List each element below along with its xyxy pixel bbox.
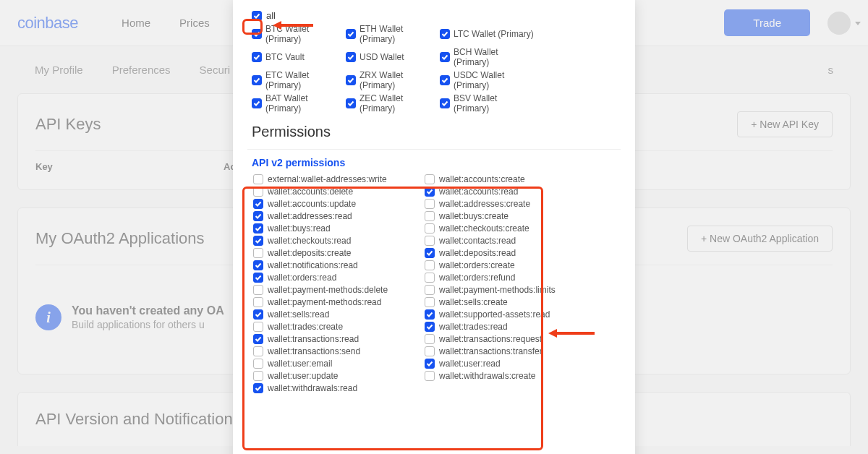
tab-my-profile[interactable]: My Profile bbox=[35, 64, 83, 76]
checkbox[interactable] bbox=[425, 174, 435, 184]
checkbox[interactable] bbox=[253, 273, 263, 283]
wallet-item[interactable]: ZRX Wallet (Primary) bbox=[346, 70, 440, 90]
checkbox[interactable] bbox=[425, 371, 435, 381]
permission-item[interactable]: wallet:deposits:create bbox=[253, 248, 425, 258]
nav-home[interactable]: Home bbox=[122, 17, 150, 29]
wallet-item[interactable]: ETC Wallet (Primary) bbox=[252, 70, 346, 90]
permission-item[interactable]: wallet:transactions:read bbox=[253, 334, 425, 344]
permission-item[interactable]: wallet:checkouts:create bbox=[425, 223, 596, 234]
permission-item[interactable]: wallet:buys:read bbox=[253, 223, 425, 234]
permission-item[interactable]: wallet:trades:read bbox=[425, 322, 596, 332]
permission-item[interactable]: wallet:supported-assets:read bbox=[425, 309, 596, 320]
checkbox[interactable] bbox=[425, 359, 435, 369]
checkbox[interactable] bbox=[253, 359, 263, 369]
permission-item[interactable]: wallet:transactions:transfer bbox=[425, 346, 596, 356]
checkbox[interactable] bbox=[253, 199, 263, 209]
wallet-item[interactable]: BAT Wallet (Primary) bbox=[252, 93, 346, 113]
checkbox[interactable] bbox=[253, 236, 263, 246]
checkbox[interactable] bbox=[253, 371, 263, 381]
permission-item[interactable]: wallet:orders:refund bbox=[425, 273, 596, 283]
checkbox[interactable] bbox=[440, 98, 450, 108]
checkbox[interactable] bbox=[253, 346, 263, 356]
avatar[interactable] bbox=[827, 12, 851, 35]
wallet-item[interactable]: BCH Wallet (Primary) bbox=[440, 47, 534, 67]
checkbox[interactable] bbox=[440, 75, 450, 85]
permission-item[interactable]: wallet:addresses:create bbox=[425, 199, 596, 209]
permission-item[interactable]: wallet:accounts:create bbox=[425, 174, 596, 184]
permission-item[interactable]: wallet:sells:create bbox=[425, 297, 596, 307]
permission-item[interactable]: wallet:checkouts:read bbox=[253, 236, 425, 246]
checkbox[interactable] bbox=[425, 297, 435, 307]
checkbox-all[interactable] bbox=[252, 11, 262, 21]
permission-item[interactable]: wallet:user:email bbox=[253, 359, 425, 369]
permission-item[interactable]: wallet:notifications:read bbox=[253, 260, 425, 270]
wallet-item[interactable]: USDC Wallet (Primary) bbox=[440, 70, 534, 90]
permission-item[interactable]: wallet:accounts:read bbox=[425, 187, 596, 197]
permission-item[interactable]: wallet:payment-methods:delete bbox=[253, 285, 425, 295]
checkbox[interactable] bbox=[253, 322, 263, 332]
wallet-item[interactable]: ZEC Wallet (Primary) bbox=[346, 93, 440, 113]
checkbox[interactable] bbox=[252, 52, 262, 62]
permission-item[interactable]: external:wallet-addresses:write bbox=[253, 174, 425, 184]
wallet-item[interactable]: LTC Wallet (Primary) bbox=[440, 24, 534, 44]
checkbox[interactable] bbox=[252, 75, 262, 85]
wallet-item[interactable]: ETH Wallet (Primary) bbox=[346, 24, 440, 44]
checkbox[interactable] bbox=[253, 297, 263, 307]
logo[interactable]: coinbase bbox=[17, 14, 78, 33]
wallet-item[interactable]: BTC Wallet (Primary) bbox=[252, 24, 346, 44]
checkbox[interactable] bbox=[346, 98, 356, 108]
permission-item[interactable]: wallet:orders:create bbox=[425, 260, 596, 270]
checkbox[interactable] bbox=[253, 309, 263, 320]
nav-prices[interactable]: Prices bbox=[179, 17, 210, 29]
checkbox[interactable] bbox=[253, 174, 263, 184]
permission-item[interactable]: wallet:sells:read bbox=[253, 309, 425, 320]
checkbox[interactable] bbox=[440, 29, 450, 39]
checkbox[interactable] bbox=[425, 334, 435, 344]
permission-item[interactable]: wallet:payment-methods:limits bbox=[425, 285, 596, 295]
checkbox[interactable] bbox=[346, 52, 356, 62]
permission-item[interactable]: wallet:user:update bbox=[253, 371, 425, 381]
permission-item[interactable]: wallet:buys:create bbox=[425, 211, 596, 221]
permission-item[interactable]: wallet:user:read bbox=[425, 359, 596, 369]
permission-item[interactable]: wallet:accounts:delete bbox=[253, 187, 425, 197]
permission-item[interactable]: wallet:orders:read bbox=[253, 273, 425, 283]
permission-item[interactable]: wallet:transactions:request bbox=[425, 334, 596, 344]
tab-security[interactable]: Securi bbox=[200, 64, 231, 76]
permission-item[interactable]: wallet:contacts:read bbox=[425, 236, 596, 246]
permission-item[interactable]: wallet:addresses:read bbox=[253, 211, 425, 221]
trade-button[interactable]: Trade bbox=[724, 9, 810, 36]
checkbox[interactable] bbox=[425, 260, 435, 270]
checkbox[interactable] bbox=[425, 285, 435, 295]
checkbox[interactable] bbox=[253, 334, 263, 344]
wallet-item[interactable]: USD Wallet bbox=[346, 47, 440, 67]
wallet-item[interactable]: BTC Vault bbox=[252, 47, 346, 67]
checkbox[interactable] bbox=[425, 309, 435, 320]
checkbox[interactable] bbox=[425, 273, 435, 283]
permission-item[interactable]: wallet:withdrawals:create bbox=[425, 371, 596, 381]
permission-item[interactable]: wallet:deposits:read bbox=[425, 248, 596, 258]
checkbox[interactable] bbox=[253, 260, 263, 270]
permission-item[interactable]: wallet:withdrawals:read bbox=[253, 383, 425, 393]
checkbox[interactable] bbox=[425, 248, 435, 258]
new-oauth-button[interactable]: + New OAuth2 Application bbox=[687, 226, 833, 252]
checkbox[interactable] bbox=[253, 383, 263, 393]
permission-item[interactable]: wallet:payment-methods:read bbox=[253, 297, 425, 307]
checkbox[interactable] bbox=[253, 223, 263, 234]
checkbox[interactable] bbox=[425, 199, 435, 209]
checkbox[interactable] bbox=[253, 248, 263, 258]
checkbox[interactable] bbox=[253, 211, 263, 221]
checkbox[interactable] bbox=[425, 187, 435, 197]
checkbox[interactable] bbox=[440, 52, 450, 62]
checkbox[interactable] bbox=[425, 223, 435, 234]
permission-item[interactable]: wallet:trades:create bbox=[253, 322, 425, 332]
wallet-item[interactable]: BSV Wallet (Primary) bbox=[440, 93, 534, 113]
new-api-key-button[interactable]: + New API Key bbox=[737, 111, 833, 137]
tab-preferences[interactable]: Preferences bbox=[112, 64, 171, 76]
checkbox[interactable] bbox=[252, 29, 262, 39]
checkbox[interactable] bbox=[252, 98, 262, 108]
checkbox[interactable] bbox=[425, 236, 435, 246]
checkbox[interactable] bbox=[425, 346, 435, 356]
checkbox[interactable] bbox=[425, 322, 435, 332]
checkbox[interactable] bbox=[253, 285, 263, 295]
checkbox[interactable] bbox=[425, 211, 435, 221]
